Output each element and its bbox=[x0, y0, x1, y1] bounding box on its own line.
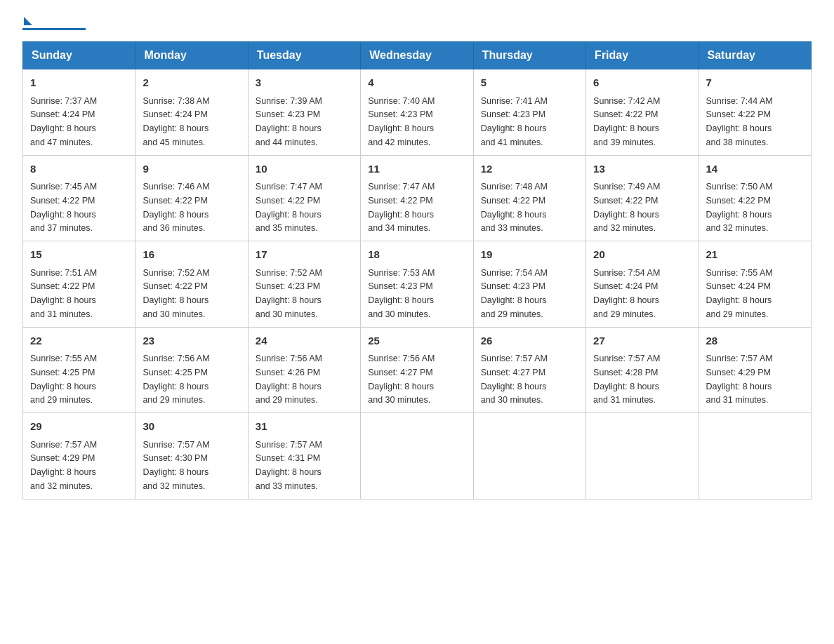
calendar-cell: 30 Sunrise: 7:57 AM Sunset: 4:30 PM Dayl… bbox=[135, 413, 248, 499]
day-info: Sunrise: 7:57 AM Sunset: 4:29 PM Dayligh… bbox=[30, 440, 97, 491]
day-number: 16 bbox=[143, 247, 240, 263]
day-header-tuesday: Tuesday bbox=[248, 42, 360, 69]
day-info: Sunrise: 7:57 AM Sunset: 4:28 PM Dayligh… bbox=[593, 354, 660, 405]
day-info: Sunrise: 7:52 AM Sunset: 4:22 PM Dayligh… bbox=[143, 268, 209, 319]
calendar-cell: 23 Sunrise: 7:56 AM Sunset: 4:25 PM Dayl… bbox=[135, 327, 248, 413]
day-number: 9 bbox=[143, 161, 240, 177]
calendar-table: SundayMondayTuesdayWednesdayThursdayFrid… bbox=[22, 41, 812, 499]
day-number: 5 bbox=[481, 75, 578, 91]
logo-triangle-icon bbox=[24, 17, 32, 25]
day-number: 17 bbox=[256, 247, 353, 263]
week-row-5: 29 Sunrise: 7:57 AM Sunset: 4:29 PM Dayl… bbox=[23, 413, 812, 499]
day-number: 22 bbox=[30, 333, 128, 349]
day-number: 21 bbox=[706, 247, 804, 263]
day-number: 24 bbox=[256, 333, 353, 349]
day-info: Sunrise: 7:40 AM Sunset: 4:23 PM Dayligh… bbox=[368, 96, 435, 147]
day-info: Sunrise: 7:53 AM Sunset: 4:23 PM Dayligh… bbox=[368, 268, 435, 319]
calendar-body: 1 Sunrise: 7:37 AM Sunset: 4:24 PM Dayli… bbox=[23, 69, 812, 499]
logo bbox=[22, 17, 86, 30]
day-info: Sunrise: 7:54 AM Sunset: 4:24 PM Dayligh… bbox=[593, 268, 660, 319]
logo-text bbox=[22, 20, 32, 25]
day-info: Sunrise: 7:42 AM Sunset: 4:22 PM Dayligh… bbox=[593, 96, 660, 147]
calendar-cell bbox=[586, 413, 699, 499]
day-info: Sunrise: 7:37 AM Sunset: 4:24 PM Dayligh… bbox=[30, 96, 97, 147]
week-row-1: 1 Sunrise: 7:37 AM Sunset: 4:24 PM Dayli… bbox=[23, 69, 812, 156]
day-number: 15 bbox=[30, 247, 128, 263]
calendar-cell: 12 Sunrise: 7:48 AM Sunset: 4:22 PM Dayl… bbox=[473, 155, 585, 241]
day-info: Sunrise: 7:44 AM Sunset: 4:22 PM Dayligh… bbox=[706, 96, 773, 147]
day-number: 31 bbox=[256, 419, 353, 435]
day-info: Sunrise: 7:41 AM Sunset: 4:23 PM Dayligh… bbox=[481, 96, 548, 147]
day-number: 2 bbox=[143, 75, 240, 91]
day-number: 20 bbox=[593, 247, 691, 263]
day-info: Sunrise: 7:57 AM Sunset: 4:30 PM Dayligh… bbox=[143, 440, 209, 491]
calendar-cell bbox=[473, 413, 585, 499]
day-number: 23 bbox=[143, 333, 240, 349]
calendar-cell: 22 Sunrise: 7:55 AM Sunset: 4:25 PM Dayl… bbox=[23, 327, 135, 413]
day-info: Sunrise: 7:39 AM Sunset: 4:23 PM Dayligh… bbox=[256, 96, 322, 147]
week-row-4: 22 Sunrise: 7:55 AM Sunset: 4:25 PM Dayl… bbox=[23, 327, 812, 413]
day-info: Sunrise: 7:56 AM Sunset: 4:26 PM Dayligh… bbox=[256, 354, 322, 405]
calendar-cell: 8 Sunrise: 7:45 AM Sunset: 4:22 PM Dayli… bbox=[23, 155, 135, 241]
calendar-cell: 3 Sunrise: 7:39 AM Sunset: 4:23 PM Dayli… bbox=[248, 69, 360, 156]
calendar-cell: 10 Sunrise: 7:47 AM Sunset: 4:22 PM Dayl… bbox=[248, 155, 360, 241]
calendar-cell: 18 Sunrise: 7:53 AM Sunset: 4:23 PM Dayl… bbox=[361, 241, 473, 328]
page-header bbox=[22, 17, 812, 30]
day-info: Sunrise: 7:46 AM Sunset: 4:22 PM Dayligh… bbox=[143, 182, 209, 233]
calendar-cell: 6 Sunrise: 7:42 AM Sunset: 4:22 PM Dayli… bbox=[586, 69, 699, 156]
day-info: Sunrise: 7:57 AM Sunset: 4:31 PM Dayligh… bbox=[256, 440, 322, 491]
calendar-cell: 26 Sunrise: 7:57 AM Sunset: 4:27 PM Dayl… bbox=[473, 327, 585, 413]
day-info: Sunrise: 7:47 AM Sunset: 4:22 PM Dayligh… bbox=[256, 182, 322, 233]
calendar-cell: 29 Sunrise: 7:57 AM Sunset: 4:29 PM Dayl… bbox=[23, 413, 135, 499]
calendar-cell: 11 Sunrise: 7:47 AM Sunset: 4:22 PM Dayl… bbox=[361, 155, 473, 241]
calendar-cell: 19 Sunrise: 7:54 AM Sunset: 4:23 PM Dayl… bbox=[473, 241, 585, 328]
day-number: 6 bbox=[593, 75, 691, 91]
day-header-thursday: Thursday bbox=[473, 42, 585, 69]
day-number: 3 bbox=[256, 75, 353, 91]
day-number: 18 bbox=[368, 247, 465, 263]
day-number: 19 bbox=[481, 247, 578, 263]
day-number: 25 bbox=[368, 333, 465, 349]
day-header-sunday: Sunday bbox=[23, 42, 135, 69]
day-info: Sunrise: 7:49 AM Sunset: 4:22 PM Dayligh… bbox=[593, 182, 660, 233]
day-number: 4 bbox=[368, 75, 465, 91]
week-row-3: 15 Sunrise: 7:51 AM Sunset: 4:22 PM Dayl… bbox=[23, 241, 812, 328]
day-number: 13 bbox=[593, 161, 691, 177]
calendar-cell: 17 Sunrise: 7:52 AM Sunset: 4:23 PM Dayl… bbox=[248, 241, 360, 328]
day-number: 28 bbox=[706, 333, 804, 349]
day-info: Sunrise: 7:45 AM Sunset: 4:22 PM Dayligh… bbox=[30, 182, 97, 233]
calendar-cell: 5 Sunrise: 7:41 AM Sunset: 4:23 PM Dayli… bbox=[473, 69, 585, 156]
header-row: SundayMondayTuesdayWednesdayThursdayFrid… bbox=[23, 42, 812, 69]
calendar-cell: 25 Sunrise: 7:56 AM Sunset: 4:27 PM Dayl… bbox=[361, 327, 473, 413]
day-info: Sunrise: 7:56 AM Sunset: 4:25 PM Dayligh… bbox=[143, 354, 209, 405]
logo-underline bbox=[22, 28, 86, 30]
day-number: 27 bbox=[593, 333, 691, 349]
calendar-cell: 13 Sunrise: 7:49 AM Sunset: 4:22 PM Dayl… bbox=[586, 155, 699, 241]
day-info: Sunrise: 7:48 AM Sunset: 4:22 PM Dayligh… bbox=[481, 182, 548, 233]
day-number: 26 bbox=[481, 333, 578, 349]
day-info: Sunrise: 7:55 AM Sunset: 4:25 PM Dayligh… bbox=[30, 354, 97, 405]
calendar-cell: 27 Sunrise: 7:57 AM Sunset: 4:28 PM Dayl… bbox=[586, 327, 699, 413]
day-number: 10 bbox=[256, 161, 353, 177]
day-info: Sunrise: 7:57 AM Sunset: 4:29 PM Dayligh… bbox=[706, 354, 773, 405]
calendar-cell: 9 Sunrise: 7:46 AM Sunset: 4:22 PM Dayli… bbox=[135, 155, 248, 241]
day-number: 1 bbox=[30, 75, 128, 91]
day-header-saturday: Saturday bbox=[699, 42, 811, 69]
day-number: 8 bbox=[30, 161, 128, 177]
day-info: Sunrise: 7:57 AM Sunset: 4:27 PM Dayligh… bbox=[481, 354, 548, 405]
week-row-2: 8 Sunrise: 7:45 AM Sunset: 4:22 PM Dayli… bbox=[23, 155, 812, 241]
calendar-cell: 28 Sunrise: 7:57 AM Sunset: 4:29 PM Dayl… bbox=[699, 327, 811, 413]
calendar-cell: 14 Sunrise: 7:50 AM Sunset: 4:22 PM Dayl… bbox=[699, 155, 811, 241]
calendar-header: SundayMondayTuesdayWednesdayThursdayFrid… bbox=[23, 42, 812, 69]
calendar-cell: 20 Sunrise: 7:54 AM Sunset: 4:24 PM Dayl… bbox=[586, 241, 699, 328]
calendar-cell: 4 Sunrise: 7:40 AM Sunset: 4:23 PM Dayli… bbox=[361, 69, 473, 156]
day-header-wednesday: Wednesday bbox=[361, 42, 473, 69]
day-info: Sunrise: 7:56 AM Sunset: 4:27 PM Dayligh… bbox=[368, 354, 435, 405]
calendar-cell bbox=[699, 413, 811, 499]
day-header-monday: Monday bbox=[135, 42, 248, 69]
day-info: Sunrise: 7:50 AM Sunset: 4:22 PM Dayligh… bbox=[706, 182, 773, 233]
day-info: Sunrise: 7:54 AM Sunset: 4:23 PM Dayligh… bbox=[481, 268, 548, 319]
calendar-cell: 1 Sunrise: 7:37 AM Sunset: 4:24 PM Dayli… bbox=[23, 69, 135, 156]
day-number: 29 bbox=[30, 419, 128, 435]
calendar-cell: 31 Sunrise: 7:57 AM Sunset: 4:31 PM Dayl… bbox=[248, 413, 360, 499]
